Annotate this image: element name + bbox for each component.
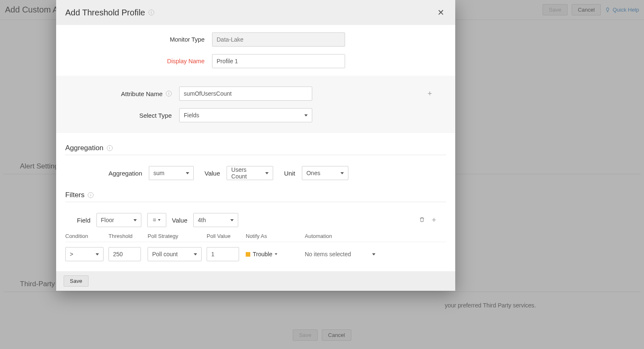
- display-name-input[interactable]: [212, 54, 345, 68]
- chevron-down-icon: [194, 253, 197, 255]
- cond-col-threshold: Threshold: [109, 233, 143, 239]
- attribute-name-input[interactable]: [179, 87, 312, 101]
- chevron-down-icon: [275, 253, 277, 255]
- aggregation-dropdown[interactable]: sum: [149, 166, 194, 180]
- display-name-label: Display Name: [65, 58, 205, 64]
- attribute-name-label: Attribute Name i: [65, 90, 172, 97]
- chevron-down-icon: [230, 219, 234, 221]
- unit-dropdown[interactable]: Ones: [302, 166, 348, 180]
- unit-label: Unit: [284, 170, 295, 177]
- filter-operator-value: =: [153, 217, 156, 223]
- aggregation-header: Aggregation i: [65, 144, 446, 155]
- modal-save-button[interactable]: Save: [64, 275, 89, 287]
- condition-value: >: [70, 251, 73, 257]
- automation-value: No items selected: [305, 251, 351, 257]
- unit-value: Ones: [306, 170, 320, 176]
- poll-strategy-dropdown[interactable]: Poll count: [148, 247, 202, 261]
- agg-value-dropdown[interactable]: Users Count: [227, 166, 273, 180]
- info-icon[interactable]: i: [107, 145, 113, 151]
- filter-field-label: Field: [77, 217, 91, 224]
- chevron-down-icon: [341, 172, 344, 174]
- select-type-dropdown[interactable]: Fields: [179, 108, 312, 122]
- cond-col-notify: Notify As: [246, 233, 300, 239]
- cond-col-automation: Automation: [305, 233, 375, 239]
- filter-value-value: 4th: [198, 217, 206, 223]
- info-icon[interactable]: i: [166, 91, 172, 97]
- add-attribute-icon[interactable]: +: [426, 88, 434, 99]
- aggregation-label: Aggregation: [65, 170, 142, 177]
- cond-col-condition: Condition: [65, 233, 104, 239]
- cond-col-pollstrategy: Poll Strategy: [148, 233, 202, 239]
- select-type-label: Select Type: [65, 112, 172, 119]
- condition-dropdown[interactable]: >: [65, 247, 104, 261]
- chevron-down-icon: [265, 172, 269, 174]
- threshold-profile-modal: Add Threshold Profile i ✕ Monitor Type D…: [56, 0, 455, 291]
- add-filter-icon[interactable]: +: [430, 215, 438, 225]
- info-icon[interactable]: i: [148, 10, 154, 15]
- chevron-down-icon: [96, 253, 99, 255]
- poll-value-input[interactable]: [207, 247, 239, 261]
- filters-header: Filters i: [65, 191, 446, 202]
- monitor-type-input: [212, 32, 345, 47]
- info-icon[interactable]: i: [88, 192, 94, 198]
- filter-value-dropdown[interactable]: 4th: [193, 213, 238, 227]
- chevron-down-icon: [186, 172, 189, 174]
- chevron-down-icon: [372, 253, 375, 255]
- filter-field-value: Floor: [101, 217, 114, 223]
- automation-dropdown[interactable]: No items selected: [305, 251, 375, 257]
- threshold-input[interactable]: [109, 247, 141, 261]
- modal-title-text: Add Threshold Profile: [65, 8, 145, 17]
- modal-title: Add Threshold Profile i: [65, 8, 154, 17]
- close-icon[interactable]: ✕: [436, 6, 446, 19]
- notify-as-value: Trouble: [253, 251, 272, 257]
- filter-field-dropdown[interactable]: Floor: [96, 213, 141, 227]
- chevron-down-icon: [304, 114, 308, 116]
- agg-value-value: Users Count: [231, 166, 263, 180]
- aggregation-value: sum: [153, 170, 164, 176]
- monitor-type-label: Monitor Type: [65, 36, 205, 43]
- notify-as-dropdown[interactable]: Trouble: [246, 251, 300, 257]
- delete-filter-icon[interactable]: [418, 216, 426, 225]
- filter-operator-dropdown[interactable]: =: [147, 213, 166, 227]
- filter-value-label: Value: [172, 217, 188, 224]
- chevron-down-icon: [133, 219, 137, 221]
- cond-col-pollvalue: Poll Value: [207, 233, 241, 239]
- poll-strategy-value: Poll count: [152, 251, 178, 257]
- agg-value-label: Value: [205, 170, 220, 177]
- chevron-down-icon: [158, 219, 160, 221]
- trouble-badge-icon: [246, 252, 250, 257]
- select-type-value: Fields: [184, 112, 199, 119]
